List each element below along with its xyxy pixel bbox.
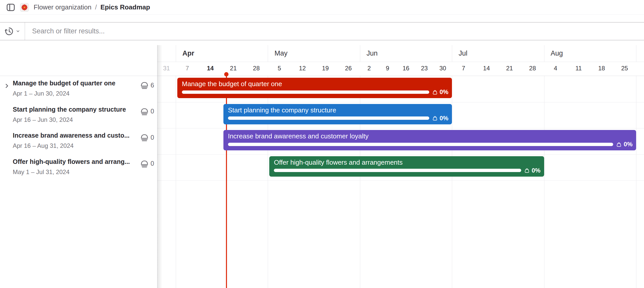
epic-bar[interactable]: Increase brand awareness and customer lo… (223, 130, 636, 150)
breadcrumb-current-page: Epics Roadmap (100, 3, 150, 11)
epic-icon (140, 107, 149, 116)
grid-vline (636, 76, 636, 288)
epic-dates: Apr 16 – Jun 30, 2024 (13, 116, 73, 123)
epic-title[interactable]: Offer high-quality flowers and arrang... (13, 158, 130, 165)
epic-issue-count: 0 (151, 108, 154, 115)
week-tick: 19 (322, 62, 329, 76)
group-avatar (20, 3, 29, 12)
epic-progress-track (228, 143, 613, 146)
week-tick: 16 (403, 62, 409, 76)
epic-weight-badge: 0% (524, 167, 541, 174)
epic-bar-progress: 0% (228, 115, 449, 122)
epic-issue-count: 6 (151, 82, 154, 89)
epic-weight-value: 0% (624, 141, 633, 148)
epic-row[interactable]: Manage the budget of quarter oneApr 1 – … (0, 76, 157, 102)
epic-meta: 0 (140, 133, 154, 142)
epic-weight-value: 0% (532, 167, 541, 174)
epic-weight-value: 0% (440, 115, 449, 122)
grid-vline (452, 76, 452, 288)
epic-progress-track (274, 169, 521, 172)
week-tick: 7 (462, 62, 465, 76)
epic-weight-badge: 0% (432, 88, 449, 96)
week-tick: 2 (367, 62, 371, 76)
month-label: Jun (367, 45, 378, 62)
filtered-search-bar (0, 22, 644, 40)
epic-bar-progress: 0% (228, 141, 633, 148)
epic-progress-track (182, 90, 429, 94)
epic-bar-title: Increase brand awareness and customer lo… (228, 132, 633, 140)
epic-bar-progress: 0% (274, 167, 540, 174)
chevron-down-icon (16, 29, 20, 33)
epic-title[interactable]: Increase brand awareness and custo... (13, 132, 130, 139)
week-tick: 7 (186, 62, 189, 76)
epic-title[interactable]: Manage the budget of quarter one (13, 80, 115, 87)
week-tick: 30 (439, 62, 446, 76)
week-tick: 5 (278, 62, 281, 76)
grid-vline (452, 45, 452, 62)
week-tick: 28 (253, 62, 260, 76)
grid-vline (544, 76, 544, 288)
search-input[interactable] (25, 22, 644, 40)
week-tick: 23 (421, 62, 428, 76)
search-history-button[interactable] (0, 22, 25, 40)
epic-bar-title: Offer high-quality flowers and arrangeme… (274, 159, 540, 166)
epic-title[interactable]: Start planning the company structure (13, 106, 126, 113)
epics-roadmap-page: Flower organization / Epics Roadmap AprM… (0, 0, 644, 288)
month-label: Apr (182, 45, 194, 62)
week-tick: 14 (207, 62, 214, 76)
epic-bar[interactable]: Manage the budget of quarter one0% (177, 78, 452, 98)
epic-progress-track (228, 116, 429, 120)
epic-dates: Apr 16 – Aug 31, 2024 (13, 142, 74, 149)
week-tick: 21 (230, 62, 237, 76)
epic-meta: 0 (140, 107, 154, 116)
grid-vline (636, 45, 636, 62)
breadcrumb-separator: / (95, 3, 97, 11)
epic-row[interactable]: Offer high-quality flowers and arrang...… (0, 154, 157, 181)
month-label: Aug (551, 45, 563, 62)
flower-icon (21, 4, 28, 11)
breadcrumb: Flower organization / Epics Roadmap (34, 3, 150, 11)
breadcrumb-bar: Flower organization / Epics Roadmap (0, 0, 644, 15)
week-tick: 9 (386, 62, 389, 76)
roadmap-chart: AprMayJunJulAug3171421285121926291623307… (0, 45, 644, 288)
epic-bar-title: Start planning the company structure (228, 106, 449, 114)
epic-icon (140, 81, 149, 89)
epic-bar-progress: 0% (182, 88, 448, 96)
epic-issue-count: 0 (151, 134, 154, 141)
grid-vline (360, 45, 360, 62)
sidebar-shadow (157, 45, 162, 288)
week-tick: 11 (575, 62, 582, 76)
chevron-right-icon (4, 83, 10, 89)
grid-vline (544, 45, 544, 62)
weight-icon (432, 115, 438, 121)
epic-weight-badge: 0% (432, 115, 449, 122)
weight-icon (616, 141, 622, 148)
breadcrumb-group-link[interactable]: Flower organization (34, 3, 91, 11)
epic-issue-count: 0 (151, 160, 154, 167)
epic-bar[interactable]: Offer high-quality flowers and arrangeme… (269, 156, 544, 177)
epic-bar[interactable]: Start planning the company structure0% (223, 104, 452, 124)
grid-vline (176, 45, 176, 62)
month-label: Jul (459, 45, 467, 62)
expand-epic-button[interactable] (3, 82, 11, 90)
today-marker-dot (224, 72, 229, 76)
epic-weight-value: 0% (440, 88, 449, 96)
week-tick: 4 (554, 62, 557, 76)
epic-dates: Apr 1 – Jun 30, 2024 (13, 90, 70, 97)
week-tick: 12 (299, 62, 306, 76)
week-tick: 21 (506, 62, 513, 76)
epic-icon (140, 159, 149, 168)
week-tick: 28 (529, 62, 536, 76)
epic-weight-badge: 0% (616, 141, 633, 148)
weight-icon (432, 89, 438, 95)
panel-left-icon (6, 3, 16, 12)
epic-icon (140, 133, 149, 142)
epic-row[interactable]: Increase brand awareness and custo...Apr… (0, 128, 157, 154)
sidebar-toggle-button[interactable] (6, 2, 16, 12)
grid-vline (176, 76, 176, 288)
weight-icon (524, 167, 530, 174)
epic-meta: 0 (140, 159, 154, 168)
epic-dates: May 1 – Jul 31, 2024 (13, 168, 70, 176)
week-tick: 31 (163, 62, 170, 76)
epic-row[interactable]: Start planning the company structureApr … (0, 102, 157, 128)
